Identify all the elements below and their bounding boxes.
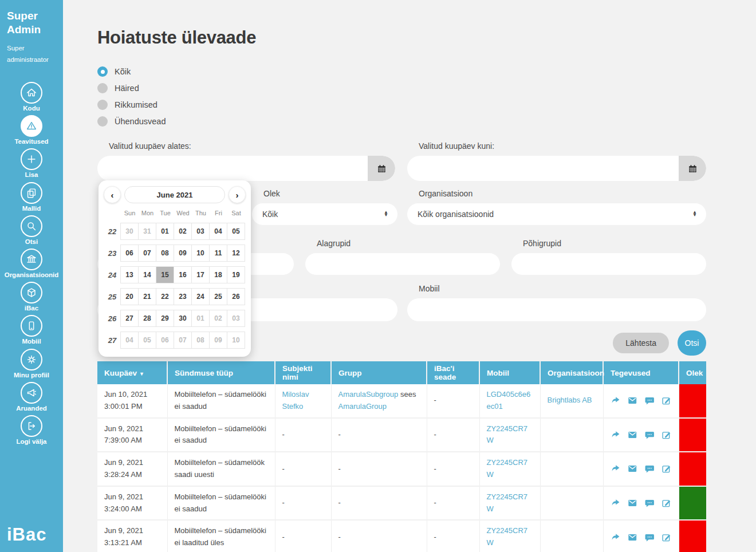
- column-header-subjekti-nimi[interactable]: Subjekti nimi: [275, 361, 331, 384]
- mobile-link[interactable]: ZY2245CR7W: [487, 492, 528, 513]
- calendar-day[interactable]: 16: [174, 266, 192, 283]
- mobiil-input[interactable]: [407, 298, 706, 321]
- mobile-link[interactable]: ZY2245CR7W: [487, 424, 528, 445]
- forward-icon[interactable]: [611, 532, 621, 543]
- calendar-day[interactable]: 05: [227, 223, 245, 240]
- mobile-link[interactable]: ZY2245CR7W: [487, 458, 528, 479]
- forward-icon[interactable]: [611, 395, 621, 406]
- calendar-day[interactable]: 04: [120, 332, 139, 349]
- column-header-organisatsioon[interactable]: Organisatsioon: [540, 361, 603, 384]
- date-to-input[interactable]: [407, 156, 679, 181]
- calendar-day[interactable]: 02: [209, 310, 227, 327]
- calendar-day[interactable]: 06: [120, 245, 139, 262]
- group-link[interactable]: AmarulaGroup: [338, 402, 387, 411]
- calendar-prev-button[interactable]: ‹: [104, 186, 121, 203]
- comment-icon[interactable]: [644, 395, 655, 406]
- calendar-day[interactable]: 02: [174, 223, 192, 240]
- radio-button[interactable]: [97, 100, 108, 110]
- date-to-calendar-button[interactable]: [679, 156, 706, 181]
- column-header-kuupaev[interactable]: Kuupäev▼: [97, 361, 167, 384]
- sidebar-item-organisatsioonid[interactable]: Organisatsioonid: [5, 249, 59, 279]
- column-header-sundmuse-tuup[interactable]: Sündmuse tüüp: [167, 361, 275, 384]
- calendar-day[interactable]: 28: [138, 310, 156, 327]
- alagrupid-input[interactable]: [305, 253, 500, 275]
- calendar-day[interactable]: 29: [156, 310, 174, 327]
- calendar-day[interactable]: 03: [227, 310, 245, 327]
- sidebar-item-logi-valja[interactable]: Logi välja: [16, 415, 46, 445]
- organisatsioon-select[interactable]: Kõik organisatsioonid ▲▼: [407, 203, 706, 225]
- forward-icon[interactable]: [611, 429, 621, 440]
- radio-uhendusvead[interactable]: Ühendusvead: [97, 116, 756, 127]
- column-header-olek[interactable]: Olek: [679, 361, 706, 384]
- organization-link[interactable]: Brightlabs AB: [548, 396, 592, 404]
- calendar-day[interactable]: 20: [120, 288, 139, 305]
- sidebar-item-mallid[interactable]: Mallid: [21, 182, 42, 212]
- sidebar-item-otsi[interactable]: Otsi: [21, 215, 42, 246]
- edit-icon[interactable]: [661, 429, 672, 440]
- calendar-day[interactable]: 05: [138, 332, 156, 349]
- edit-icon[interactable]: [661, 463, 672, 474]
- date-from-calendar-button[interactable]: [368, 156, 395, 181]
- forward-icon[interactable]: [611, 498, 621, 508]
- comment-icon[interactable]: [644, 429, 655, 440]
- calendar-day[interactable]: 26: [227, 288, 245, 305]
- mobile-link[interactable]: LGD405c6e6ec01: [487, 390, 531, 411]
- calendar-day[interactable]: 23: [174, 288, 192, 305]
- sidebar-item-teavitused[interactable]: Teavitused: [14, 115, 48, 145]
- radio-button[interactable]: [97, 66, 108, 77]
- edit-icon[interactable]: [661, 532, 672, 543]
- calendar-day[interactable]: 08: [156, 245, 174, 262]
- email-icon[interactable]: [627, 532, 638, 543]
- date-from-input[interactable]: [97, 156, 368, 181]
- calendar-day[interactable]: 22: [156, 288, 174, 305]
- calendar-day[interactable]: 04: [209, 223, 227, 240]
- calendar-day[interactable]: 10: [227, 332, 245, 349]
- calendar-day[interactable]: 06: [156, 332, 174, 349]
- sidebar-item-lisa[interactable]: Lisa: [21, 148, 42, 179]
- calendar-day[interactable]: 07: [174, 332, 192, 349]
- calendar-day[interactable]: 25: [209, 288, 227, 305]
- calendar-day[interactable]: 17: [191, 266, 210, 283]
- email-icon[interactable]: [627, 429, 638, 440]
- edit-icon[interactable]: [661, 498, 672, 508]
- column-header-mobiil[interactable]: Mobiil: [479, 361, 540, 384]
- email-icon[interactable]: [627, 463, 638, 474]
- radio-button[interactable]: [97, 116, 108, 127]
- calendar-day[interactable]: 09: [209, 332, 227, 349]
- forward-icon[interactable]: [611, 463, 621, 474]
- calendar-day[interactable]: 08: [191, 332, 210, 349]
- calendar-month-label[interactable]: June 2021: [124, 186, 225, 203]
- calendar-day[interactable]: 10: [191, 245, 210, 262]
- calendar-day[interactable]: 31: [138, 223, 156, 240]
- calendar-day[interactable]: 14: [138, 266, 156, 283]
- mobile-link[interactable]: ZY2245CR7W: [487, 526, 528, 547]
- subgroup-link[interactable]: AmarulaSubgroup: [338, 390, 399, 399]
- calendar-day-selected[interactable]: 15: [156, 266, 174, 283]
- radio-haired[interactable]: Häired: [97, 83, 756, 93]
- comment-icon[interactable]: [644, 532, 655, 543]
- pohigrupid-input[interactable]: [511, 253, 706, 275]
- comment-icon[interactable]: [644, 463, 655, 474]
- calendar-next-button[interactable]: ›: [229, 186, 246, 203]
- calendar-day[interactable]: 12: [227, 245, 245, 262]
- calendar-day[interactable]: 13: [120, 266, 139, 283]
- calendar-day[interactable]: 01: [156, 223, 174, 240]
- comment-icon[interactable]: [644, 498, 655, 508]
- olek-select[interactable]: Kõik ▲▼: [252, 203, 397, 225]
- calendar-day[interactable]: 11: [209, 245, 227, 262]
- radio-rikkumised[interactable]: Rikkumised: [97, 100, 756, 110]
- calendar-day[interactable]: 18: [209, 266, 227, 283]
- search-button[interactable]: Otsi: [678, 330, 706, 356]
- subject-link[interactable]: Miloslav Stefko: [282, 390, 309, 411]
- edit-icon[interactable]: [661, 395, 672, 406]
- calendar-day[interactable]: 19: [227, 266, 245, 283]
- column-header-tegevused[interactable]: Tegevused: [603, 361, 679, 384]
- radio-button[interactable]: [97, 83, 108, 93]
- sidebar-item-ibac[interactable]: iBac: [21, 282, 42, 312]
- calendar-day[interactable]: 01: [191, 310, 210, 327]
- calendar-day[interactable]: 07: [138, 245, 156, 262]
- calendar-day[interactable]: 30: [174, 310, 192, 327]
- calendar-day[interactable]: 30: [120, 223, 139, 240]
- column-header-ibaci-seade[interactable]: iBac'i seade: [427, 361, 479, 384]
- calendar-day[interactable]: 27: [120, 310, 139, 327]
